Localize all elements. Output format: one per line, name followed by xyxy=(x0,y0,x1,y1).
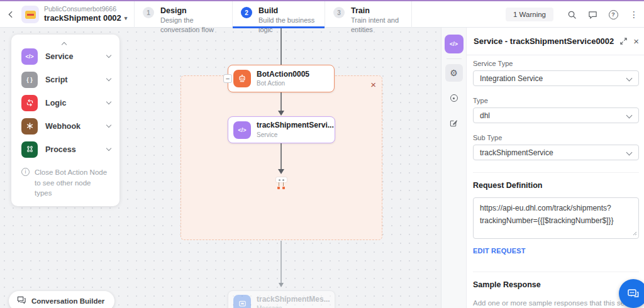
node-palette: </> Service { } Script Logic Webh xyxy=(11,35,119,206)
gear-icon: ⚙ xyxy=(450,68,458,78)
node-subtitle: Message xyxy=(257,304,330,308)
step-desc: Build the business logic xyxy=(258,16,325,34)
expand-panel-icon[interactable] xyxy=(619,36,628,47)
chat-bubble-icon xyxy=(626,287,640,300)
warning-button[interactable]: 1 Warning xyxy=(506,8,553,21)
service-code-icon: </> xyxy=(21,48,38,65)
tab-build[interactable]: 2 Build Build the business logic xyxy=(232,1,325,28)
panel-body: Service Type Integration Service Type dh… xyxy=(467,55,644,308)
chevron-down-icon xyxy=(106,76,111,81)
node-subtitle: Bot Action xyxy=(257,79,309,87)
chat-widget-button[interactable] xyxy=(619,279,644,308)
message-icon xyxy=(233,295,251,308)
tab-train[interactable]: 3 Train Train intent and entities xyxy=(325,1,412,28)
step-title: Train xyxy=(351,6,411,16)
code-icon: </> xyxy=(233,121,251,139)
process-flow-icon xyxy=(21,141,38,158)
tab-design[interactable]: 1 Design Design the conversation flow xyxy=(134,1,232,28)
resize-grip-icon[interactable] xyxy=(633,227,637,238)
palette-item-webhook[interactable]: Webhook xyxy=(11,114,119,138)
chat-bubbles-icon xyxy=(16,295,26,307)
bot-action-icon xyxy=(233,70,251,87)
flow-canvas[interactable]: × − BotAction0005 Bot Action </> track xyxy=(0,28,441,308)
divider xyxy=(473,272,639,272)
step-desc: Design the conversation flow xyxy=(160,16,232,34)
chevron-down-icon xyxy=(106,99,111,104)
back-button[interactable] xyxy=(5,9,16,20)
connection-port[interactable] xyxy=(275,177,287,189)
node-message[interactable]: trackShipmentMes... Message xyxy=(228,290,335,308)
close-panel-icon[interactable]: × xyxy=(633,36,639,47)
edit-tab[interactable] xyxy=(445,114,463,132)
info-icon: i xyxy=(21,168,30,176)
help-icon[interactable]: ? xyxy=(608,9,618,19)
script-braces-icon: { } xyxy=(21,72,38,88)
step-title: Design xyxy=(160,6,232,16)
sub-type-label: Sub Type xyxy=(473,134,639,141)
divider xyxy=(473,172,639,173)
panel-icon-rail: </> ⚙ xyxy=(441,28,467,308)
service-tab-icon[interactable]: </> xyxy=(445,35,464,53)
step-title: Build xyxy=(258,6,325,16)
palette-note: i Close Bot Action Node to see other nod… xyxy=(11,161,119,199)
chevron-down-icon xyxy=(106,146,111,151)
logic-loop-icon xyxy=(21,95,38,111)
bot-meta: PublicConsumerbot9666 trackShipment 0002… xyxy=(44,5,127,23)
collapse-node-button[interactable]: − xyxy=(223,74,232,83)
sub-type-select[interactable]: trackShipmentService xyxy=(473,145,639,160)
bot-name-dropdown[interactable]: trackShipment 0002 ▾ xyxy=(44,13,127,23)
comment-icon[interactable] xyxy=(587,9,597,19)
edit-request-link[interactable]: EDIT REQUEST xyxy=(473,247,526,255)
connections-tab[interactable] xyxy=(445,89,463,107)
step-desc: Train intent and entities xyxy=(351,16,411,34)
search-icon[interactable] xyxy=(567,9,577,19)
sample-response-heading: Sample Response xyxy=(473,280,639,289)
palette-item-process[interactable]: Process xyxy=(11,138,119,161)
palette-item-service[interactable]: </> Service xyxy=(11,45,119,68)
bot-group-name: PublicConsumerbot9666 xyxy=(44,5,127,13)
collapse-palette-icon[interactable] xyxy=(62,38,67,43)
step-number-badge: 1 xyxy=(143,7,154,18)
settings-tab[interactable]: ⚙ xyxy=(445,64,463,82)
step-number-badge: 2 xyxy=(241,7,252,18)
conversation-builder-button[interactable]: Conversation Builder xyxy=(9,291,114,308)
palette-item-script[interactable]: { } Script xyxy=(11,68,119,91)
chevron-down-icon xyxy=(106,53,111,58)
request-definition-heading: Request Definition xyxy=(473,181,639,190)
service-properties-panel: </> ⚙ Service - trackShipmentService0002… xyxy=(441,28,644,308)
panel-header: Service - trackShipmentService0002 × xyxy=(467,28,644,55)
caret-down-icon: ▾ xyxy=(125,15,128,22)
kebab-menu-icon[interactable]: ⋮ xyxy=(629,9,639,19)
request-definition-wrap: https://api-eu.dhl.com/track/shipments?t… xyxy=(473,197,639,241)
logo-mark xyxy=(25,11,36,19)
pen-square-icon xyxy=(450,119,458,128)
header-right: 1 Warning ? ⋮ xyxy=(506,1,639,28)
close-region-icon[interactable]: × xyxy=(370,80,376,89)
sample-response-help: Add one or more sample responses that th… xyxy=(473,297,644,308)
app-logo[interactable] xyxy=(21,6,39,23)
app-header: PublicConsumerbot9666 trackShipment 0002… xyxy=(0,1,644,28)
step-number-badge: 3 xyxy=(333,7,345,18)
bot-action-group-region[interactable]: × xyxy=(180,75,382,240)
node-service[interactable]: </> trackShipmentServi... Service xyxy=(228,116,335,143)
target-icon xyxy=(450,94,458,102)
node-subtitle: Service xyxy=(257,131,334,139)
header-left: PublicConsumerbot9666 trackShipment 0002… xyxy=(5,1,127,28)
workflow-steps: 1 Design Design the conversation flow 2 … xyxy=(134,1,412,28)
chevron-down-icon xyxy=(106,123,111,128)
service-type-label: Service Type xyxy=(473,60,639,67)
top-accent-line xyxy=(0,0,644,1)
node-title: BotAction0005 xyxy=(257,70,309,80)
type-label: Type xyxy=(473,97,639,104)
node-title: trackShipmentServi... xyxy=(257,121,334,131)
app-root: PublicConsumerbot9666 trackShipment 0002… xyxy=(0,0,644,308)
node-bot-action[interactable]: − BotAction0005 Bot Action xyxy=(228,65,335,92)
request-definition-textarea[interactable]: https://api-eu.dhl.com/track/shipments?t… xyxy=(473,197,639,239)
palette-item-logic[interactable]: Logic xyxy=(11,91,119,114)
panel-title: Service - trackShipmentService0002 xyxy=(474,36,614,46)
node-title: trackShipmentMes... xyxy=(257,295,330,305)
type-select[interactable]: dhl xyxy=(473,107,639,123)
service-type-select[interactable]: Integration Service xyxy=(473,70,639,86)
bot-name: trackShipment 0002 xyxy=(44,13,121,23)
webhook-asterisk-icon xyxy=(21,118,38,135)
